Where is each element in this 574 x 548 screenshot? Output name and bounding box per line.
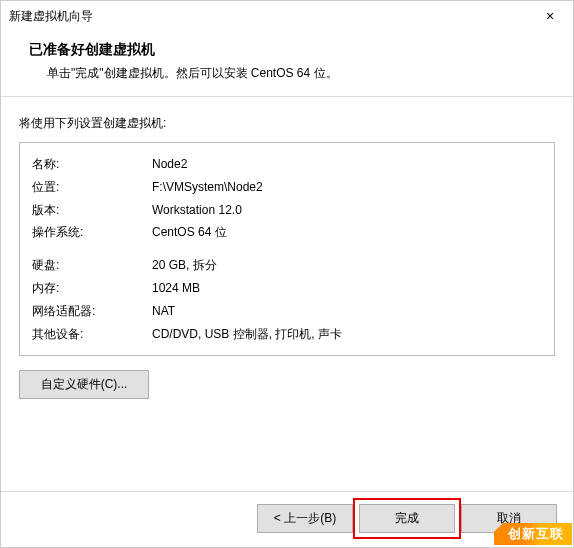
label-version: 版本: bbox=[32, 199, 152, 222]
table-row: 操作系统: CentOS 64 位 bbox=[32, 221, 542, 244]
label-network: 网络适配器: bbox=[32, 300, 152, 323]
back-button[interactable]: < 上一步(B) bbox=[257, 504, 353, 533]
titlebar: 新建虚拟机向导 × bbox=[1, 1, 573, 31]
settings-summary: 名称: Node2 位置: F:\VMSystem\Node2 版本: Work… bbox=[19, 142, 555, 356]
table-row: 版本: Workstation 12.0 bbox=[32, 199, 542, 222]
label-location: 位置: bbox=[32, 176, 152, 199]
label-other: 其他设备: bbox=[32, 323, 152, 346]
window-title: 新建虚拟机向导 bbox=[9, 8, 93, 25]
watermark: 创新互联 bbox=[494, 523, 572, 545]
label-os: 操作系统: bbox=[32, 221, 152, 244]
value-memory: 1024 MB bbox=[152, 277, 542, 300]
wizard-footer: < 上一步(B) 完成 取消 bbox=[1, 491, 573, 547]
label-memory: 内存: bbox=[32, 277, 152, 300]
value-location: F:\VMSystem\Node2 bbox=[152, 176, 542, 199]
table-row: 名称: Node2 bbox=[32, 153, 542, 176]
table-row: 内存: 1024 MB bbox=[32, 277, 542, 300]
value-os: CentOS 64 位 bbox=[152, 221, 542, 244]
table-row: 位置: F:\VMSystem\Node2 bbox=[32, 176, 542, 199]
value-network: NAT bbox=[152, 300, 542, 323]
page-subtitle: 单击"完成"创建虚拟机。然后可以安装 CentOS 64 位。 bbox=[47, 65, 555, 82]
page-title: 已准备好创建虚拟机 bbox=[29, 41, 555, 59]
label-disk: 硬盘: bbox=[32, 254, 152, 277]
value-name: Node2 bbox=[152, 153, 542, 176]
wizard-window: 新建虚拟机向导 × 已准备好创建虚拟机 单击"完成"创建虚拟机。然后可以安装 C… bbox=[0, 0, 574, 548]
table-row: 网络适配器: NAT bbox=[32, 300, 542, 323]
intro-text: 将使用下列设置创建虚拟机: bbox=[19, 115, 555, 132]
value-other: CD/DVD, USB 控制器, 打印机, 声卡 bbox=[152, 323, 542, 346]
table-row: 其他设备: CD/DVD, USB 控制器, 打印机, 声卡 bbox=[32, 323, 542, 346]
wizard-content: 将使用下列设置创建虚拟机: 名称: Node2 位置: F:\VMSystem\… bbox=[1, 97, 573, 491]
close-icon[interactable]: × bbox=[535, 8, 565, 24]
value-version: Workstation 12.0 bbox=[152, 199, 542, 222]
spacer bbox=[32, 244, 542, 254]
wizard-header: 已准备好创建虚拟机 单击"完成"创建虚拟机。然后可以安装 CentOS 64 位… bbox=[1, 31, 573, 97]
label-name: 名称: bbox=[32, 153, 152, 176]
table-row: 硬盘: 20 GB, 拆分 bbox=[32, 254, 542, 277]
value-disk: 20 GB, 拆分 bbox=[152, 254, 542, 277]
customize-hardware-button[interactable]: 自定义硬件(C)... bbox=[19, 370, 149, 399]
finish-button[interactable]: 完成 bbox=[359, 504, 455, 533]
customize-row: 自定义硬件(C)... bbox=[19, 370, 555, 399]
